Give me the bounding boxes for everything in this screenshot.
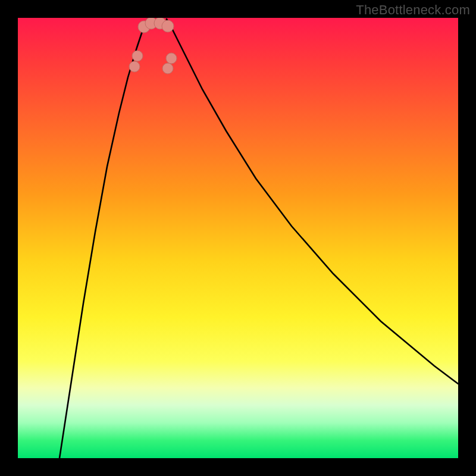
right-branch-curve (167, 19, 458, 384)
data-dot (166, 53, 177, 64)
data-dot (162, 20, 174, 32)
left-branch-curve (60, 19, 148, 458)
data-dots (129, 18, 177, 74)
curve-overlay (18, 18, 458, 458)
data-dot (132, 51, 143, 61)
data-dot (162, 63, 173, 74)
data-dot (129, 61, 140, 72)
gradient-plot-area (18, 18, 458, 458)
chart-stage: TheBottleneck.com (0, 0, 476, 476)
watermark-text: TheBottleneck.com (356, 2, 470, 18)
